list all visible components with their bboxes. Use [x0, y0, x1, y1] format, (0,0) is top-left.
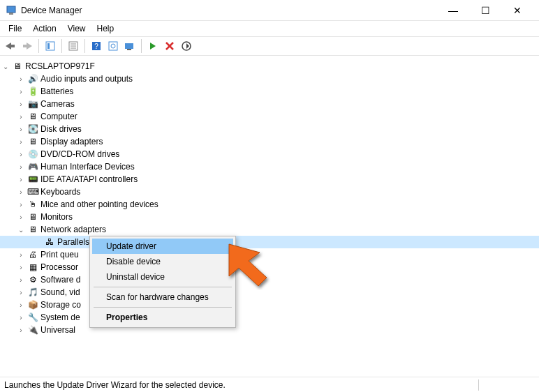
tree-item[interactable]: ›🖥Monitors [0, 211, 539, 223]
svg-marker-4 [27, 43, 32, 50]
maximize-button[interactable]: ☐ [469, 0, 501, 21]
chevron-icon[interactable]: ⌄ [1, 63, 10, 70]
tree-item-label: Human Interface Devices [40, 162, 135, 172]
toolbar-sep [84, 39, 85, 53]
chevron-icon[interactable]: › [17, 176, 25, 183]
context-menu-item[interactable]: Properties [92, 310, 233, 325]
tree-item-label: DVD/CD-ROM drives [40, 149, 119, 159]
tree-item[interactable]: ›🔊Audio inputs and outputs [0, 73, 539, 85]
chevron-icon[interactable]: › [17, 163, 25, 171]
tree-item-label: Audio inputs and outputs [40, 74, 133, 84]
tree-item-label: Monitors [40, 212, 73, 222]
tree-item[interactable]: ›🖨Print queu [0, 248, 539, 261]
ide-icon: 📟 [27, 174, 39, 185]
netcard-icon: 🖧 [43, 236, 56, 248]
show-hide-button[interactable] [43, 38, 58, 54]
context-menu-item[interactable]: Update driver [92, 239, 233, 254]
chevron-icon[interactable]: › [17, 251, 25, 259]
forward-button[interactable] [20, 38, 35, 54]
device-tree[interactable]: ⌄🖥RCSLAPTOP971F›🔊Audio inputs and output… [0, 57, 539, 377]
minimize-button[interactable]: — [437, 0, 469, 21]
window-title: Device Manager [21, 6, 437, 15]
chevron-icon[interactable]: › [17, 88, 25, 96]
menu-file[interactable]: File [3, 22, 27, 35]
tree-item[interactable]: ›🖱Mice and other pointing devices [0, 198, 539, 211]
svg-text:?: ? [94, 43, 98, 50]
tree-item-label: Disk drives [40, 124, 82, 134]
chevron-icon[interactable]: ⌄ [17, 226, 25, 234]
menu-sep [94, 307, 232, 308]
chevron-icon[interactable]: › [17, 151, 25, 158]
context-menu: Update driverDisable deviceUninstall dev… [89, 236, 236, 328]
svg-marker-22 [186, 43, 189, 49]
tree-item[interactable]: ›🔌Universal [0, 324, 539, 336]
svg-rect-5 [23, 45, 27, 47]
chevron-icon[interactable]: › [17, 188, 25, 196]
chevron-icon[interactable]: › [17, 326, 25, 334]
menu-view[interactable]: View [62, 22, 91, 35]
back-button[interactable] [3, 38, 18, 54]
chevron-icon[interactable]: › [17, 289, 25, 296]
properties-button[interactable] [66, 38, 81, 54]
tree-item[interactable]: ›🎵Sound, vid [0, 286, 539, 299]
tree-item-label: Network adapters [40, 225, 106, 234]
tree-item[interactable]: ›⌨Keyboards [0, 186, 539, 198]
close-button[interactable]: ✕ [501, 0, 533, 21]
menu-action[interactable]: Action [27, 22, 61, 35]
tree-item-label: Cameras [40, 99, 75, 109]
update-driver-button[interactable] [122, 38, 138, 54]
scan-hardware-button[interactable] [179, 38, 194, 54]
chevron-icon[interactable]: › [17, 276, 25, 284]
tree-item[interactable]: 🖧Parallels Ethernet Adapter [0, 236, 539, 248]
tree-item[interactable]: ›🖥Display adapters [0, 135, 539, 148]
context-menu-item[interactable]: Uninstall device [92, 269, 233, 285]
tree-item[interactable]: ⌄🖥Network adapters [0, 223, 539, 236]
tree-item[interactable]: ›📷Cameras [0, 98, 539, 110]
sound-icon: 🎵 [27, 287, 39, 298]
toolbar-sep [141, 39, 142, 53]
help-button[interactable]: ? [89, 38, 104, 54]
menubar: File Action View Help [0, 21, 539, 36]
scan-button[interactable] [105, 38, 121, 54]
status-divider [478, 379, 479, 391]
chevron-icon[interactable]: › [17, 201, 25, 209]
tree-item[interactable]: ›🖥Computer [0, 110, 539, 123]
tree-item[interactable]: ›📟IDE ATA/ATAPI controllers [0, 173, 539, 186]
tree-item[interactable]: ›⚙Software d [0, 273, 539, 286]
tree-item[interactable]: ›📦Storage co [0, 299, 539, 311]
tree-item[interactable]: ›🔧System de [0, 311, 539, 324]
titlebar: Device Manager — ☐ ✕ [0, 0, 539, 21]
context-menu-item[interactable]: Scan for hardware changes [92, 289, 233, 305]
chevron-icon[interactable]: › [17, 264, 25, 271]
system-icon: 🔧 [27, 312, 39, 323]
tree-item[interactable]: ›▦Processor [0, 261, 539, 273]
monitor-icon: 🖥 [27, 211, 39, 223]
uninstall-button[interactable] [162, 38, 177, 54]
enable-button[interactable] [145, 38, 161, 54]
computer-icon: 🖥 [27, 111, 39, 122]
chevron-icon[interactable]: › [17, 75, 25, 83]
mouse-icon: 🖱 [27, 199, 39, 210]
toolbar: ? [0, 36, 539, 56]
tree-item[interactable]: ›💽Disk drives [0, 123, 539, 135]
chevron-icon[interactable]: › [17, 301, 25, 309]
app-icon [6, 5, 17, 16]
chevron-icon[interactable]: › [17, 100, 25, 108]
usb-icon: 🔌 [27, 324, 39, 336]
printer-icon: 🖨 [27, 249, 39, 260]
chevron-icon[interactable]: › [17, 213, 25, 221]
tree-item-label: Print queu [40, 250, 79, 259]
chevron-icon[interactable]: › [17, 314, 25, 322]
chevron-icon[interactable]: › [17, 113, 25, 121]
battery-icon: 🔋 [27, 86, 39, 97]
tree-item[interactable]: ⌄🖥RCSLAPTOP971F [0, 60, 539, 73]
context-menu-item[interactable]: Disable device [92, 254, 233, 269]
tree-item[interactable]: ›🎮Human Interface Devices [0, 160, 539, 173]
chevron-icon[interactable]: › [17, 138, 25, 146]
tree-item[interactable]: ›💿DVD/CD-ROM drives [0, 148, 539, 160]
tree-item-label: System de [40, 312, 80, 322]
chevron-icon[interactable]: › [17, 126, 25, 133]
cpu-icon: ▦ [27, 262, 39, 273]
menu-help[interactable]: Help [91, 22, 120, 35]
tree-item[interactable]: ›🔋Batteries [0, 85, 539, 98]
